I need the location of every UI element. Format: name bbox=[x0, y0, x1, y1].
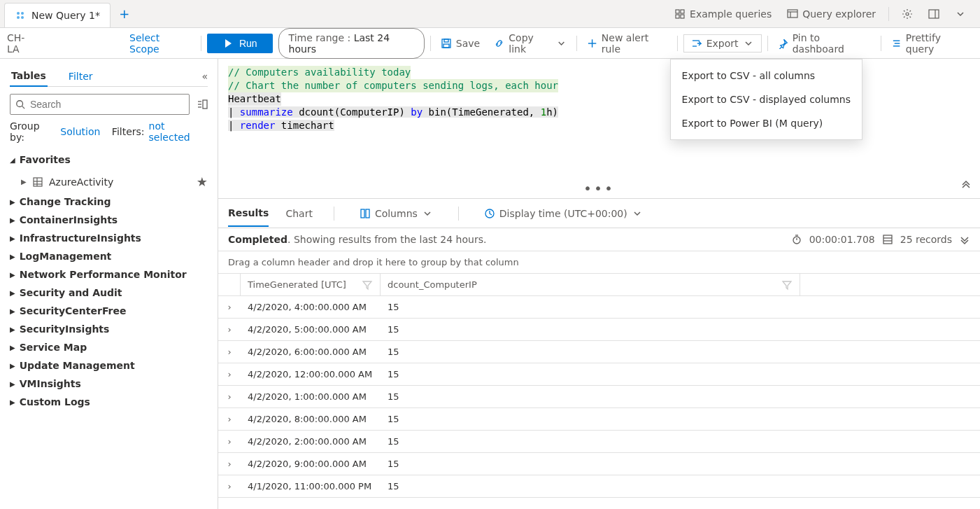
columns-button[interactable]: Columns bbox=[355, 205, 437, 222]
schema-search-wrapper bbox=[10, 94, 190, 115]
sidebar-category[interactable]: ▶VMInsights bbox=[10, 375, 208, 393]
filter-icon[interactable] bbox=[362, 279, 373, 291]
sidebar-category[interactable]: ▶SecurityInsights bbox=[10, 320, 208, 338]
logs-icon bbox=[15, 10, 26, 21]
main-pane: Export to CSV - all columnsExport to CSV… bbox=[218, 59, 980, 509]
query-editor[interactable]: // Computers availability today // Chart… bbox=[218, 59, 980, 199]
export-option[interactable]: Export to CSV - displayed columns bbox=[671, 88, 862, 111]
table-row[interactable]: ›4/2/2020, 5:00:00.000 AM15 bbox=[218, 319, 980, 341]
sidebar-category[interactable]: ▶Custom Logs bbox=[10, 393, 208, 411]
sidebar-category[interactable]: ▶InfrastructureInsights bbox=[10, 229, 208, 247]
schema-search-input[interactable] bbox=[10, 94, 190, 115]
results-tab[interactable]: Results bbox=[228, 200, 269, 227]
filters-link[interactable]: not selected bbox=[149, 120, 208, 143]
table-row[interactable]: ›4/2/2020, 4:00:00.000 AM15 bbox=[218, 296, 980, 319]
sidebar-category[interactable]: ▶Network Performance Monitor bbox=[10, 265, 208, 284]
favorite-item[interactable]: ▶ AzureActivity ★ bbox=[10, 171, 208, 193]
table-row[interactable]: ›4/2/2020, 2:00:00.000 AM15 bbox=[218, 431, 980, 453]
svg-rect-31 bbox=[34, 178, 42, 186]
gear-icon bbox=[902, 8, 913, 20]
export-dropdown: Export to CSV - all columnsExport to CSV… bbox=[670, 59, 862, 140]
copy-link-button[interactable]: Copy link bbox=[490, 29, 571, 57]
column-header-time[interactable]: TimeGenerated [UTC] bbox=[241, 274, 381, 295]
new-alert-rule-button[interactable]: New alert rule bbox=[583, 29, 672, 57]
filter-tab[interactable]: Filter bbox=[67, 67, 94, 86]
sidebar-category[interactable]: ▶Update Management bbox=[10, 356, 208, 375]
expand-row-button[interactable]: › bbox=[218, 481, 241, 491]
favorites-section[interactable]: ◢ Favorites bbox=[10, 154, 208, 165]
svg-rect-6 bbox=[676, 15, 679, 18]
export-button[interactable]: Export bbox=[683, 34, 762, 53]
query-explorer-button[interactable]: Query explorer bbox=[781, 4, 881, 24]
sidebar-category[interactable]: ▶Service Map bbox=[10, 338, 208, 356]
example-queries-button[interactable]: Example queries bbox=[669, 4, 777, 24]
expand-row-button[interactable]: › bbox=[218, 459, 241, 469]
column-header-count[interactable]: dcount_ComputerIP bbox=[381, 274, 800, 295]
chevron-down-icon bbox=[743, 38, 754, 49]
sidebar-category[interactable]: ▶SecurityCenterFree bbox=[10, 302, 208, 320]
query-explorer-icon bbox=[787, 8, 798, 20]
query-tab[interactable]: New Query 1* bbox=[4, 3, 111, 27]
svg-rect-5 bbox=[681, 10, 684, 13]
table-icon bbox=[32, 176, 43, 188]
add-tab-button[interactable]: + bbox=[111, 0, 139, 27]
svg-point-0 bbox=[17, 12, 20, 15]
svg-rect-8 bbox=[788, 10, 797, 18]
tables-tab[interactable]: Tables bbox=[10, 66, 48, 87]
export-option[interactable]: Export to Power BI (M query) bbox=[671, 111, 862, 135]
editor-drag-handle-icon[interactable]: ••• bbox=[583, 179, 615, 198]
sidebar-category[interactable]: ▶Security and Audit bbox=[10, 284, 208, 302]
run-button[interactable]: Run bbox=[207, 34, 273, 53]
sidebar-category[interactable]: ▶Change Tracking bbox=[10, 193, 208, 211]
export-option[interactable]: Export to CSV - all columns bbox=[671, 64, 862, 88]
display-time-button[interactable]: Display time (UTC+00:00) bbox=[480, 205, 647, 222]
chevron-down-icon bbox=[422, 208, 433, 219]
svg-line-26 bbox=[22, 106, 25, 109]
settings-button[interactable] bbox=[896, 4, 918, 24]
query-duration: 00:00:01.708 bbox=[809, 234, 875, 245]
expand-row-button[interactable]: › bbox=[218, 391, 241, 402]
svg-rect-4 bbox=[676, 10, 679, 13]
table-row[interactable]: ›4/2/2020, 9:00:00.000 AM15 bbox=[218, 453, 980, 475]
svg-point-3 bbox=[21, 16, 24, 19]
svg-point-1 bbox=[21, 12, 24, 15]
group-drop-area[interactable]: Drag a column header and drop it here to… bbox=[218, 251, 980, 274]
play-icon bbox=[222, 38, 234, 49]
sidebar-category[interactable]: ▶LogManagement bbox=[10, 247, 208, 265]
svg-rect-17 bbox=[443, 44, 449, 48]
expand-row-button[interactable]: › bbox=[218, 436, 241, 447]
records-icon bbox=[882, 234, 893, 245]
expand-all-icon[interactable] bbox=[959, 234, 970, 245]
table-row[interactable]: ›4/2/2020, 8:00:00.000 AM15 bbox=[218, 408, 980, 431]
collapse-sidebar-button[interactable]: « bbox=[201, 71, 208, 82]
time-range-picker[interactable]: Time range : Last 24 hours bbox=[278, 28, 425, 59]
expand-row-button[interactable]: › bbox=[218, 369, 241, 379]
table-row[interactable]: ›4/2/2020, 6:00:00.000 AM15 bbox=[218, 341, 980, 363]
table-row[interactable]: ›4/1/2020, 11:00:00.000 PM15 bbox=[218, 475, 980, 498]
results-grid-header: TimeGenerated [UTC] dcount_ComputerIP bbox=[218, 274, 980, 296]
prettify-button[interactable]: Prettify query bbox=[887, 29, 973, 57]
expand-row-button[interactable]: › bbox=[218, 302, 241, 312]
panels-button[interactable] bbox=[923, 4, 945, 24]
filter-icon[interactable] bbox=[781, 279, 793, 291]
expand-row-button[interactable]: › bbox=[218, 347, 241, 357]
chart-tab[interactable]: Chart bbox=[285, 201, 312, 226]
pin-button[interactable]: Pin to dashboard bbox=[774, 29, 875, 57]
svg-rect-36 bbox=[366, 209, 369, 218]
tab-strip: New Query 1* + Example queries Query exp… bbox=[0, 0, 980, 28]
schema-sidebar: Tables Filter « Group by: Solution Filte… bbox=[0, 59, 218, 509]
more-button[interactable] bbox=[949, 4, 972, 24]
star-icon[interactable]: ★ bbox=[197, 174, 208, 189]
example-queries-icon bbox=[674, 8, 686, 20]
table-row[interactable]: ›4/2/2020, 12:00:00.000 AM15 bbox=[218, 363, 980, 386]
collapse-editor-button[interactable] bbox=[960, 178, 972, 193]
svg-point-2 bbox=[17, 16, 20, 19]
view-toggle-button[interactable] bbox=[197, 99, 208, 110]
select-scope-link[interactable]: Select Scope bbox=[129, 32, 195, 55]
expand-row-button[interactable]: › bbox=[218, 324, 241, 335]
table-row[interactable]: ›4/2/2020, 1:00:00.000 AM15 bbox=[218, 386, 980, 408]
expand-row-button[interactable]: › bbox=[218, 414, 241, 424]
sidebar-category[interactable]: ▶ContainerInsights bbox=[10, 211, 208, 229]
groupby-link[interactable]: Solution bbox=[60, 126, 100, 137]
save-button[interactable]: Save bbox=[436, 35, 484, 52]
